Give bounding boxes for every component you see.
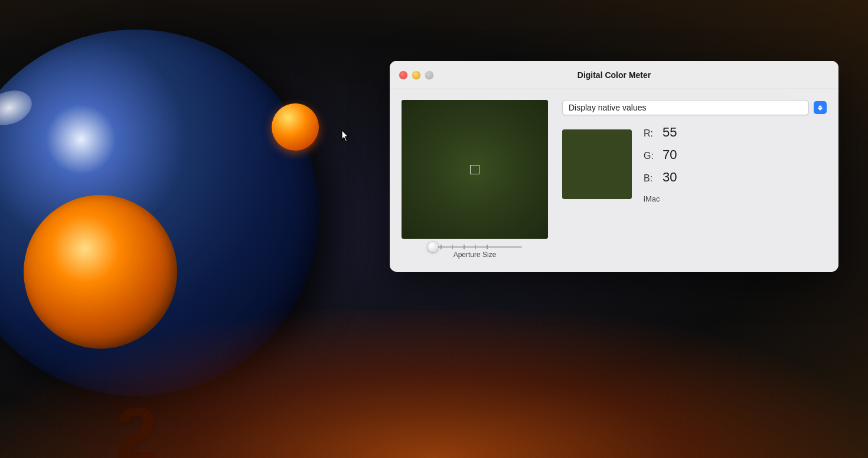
display-mode-dropdown[interactable]: Display native values [562,100,809,115]
titlebar: Digital Color Meter [390,61,838,89]
r-value: 55 [663,125,677,140]
window-title: Digital Color Meter [390,70,838,80]
b-row: B: 30 [644,170,677,185]
dropdown-selected-label: Display native values [569,103,647,112]
cursor-pointer [340,129,351,143]
slider-tick [464,245,465,249]
slider-tick [452,245,453,249]
dropdown-up-arrow [818,105,823,108]
b-label: B: [644,173,660,184]
dropdown-down-arrow [818,108,823,111]
slider-tick [440,245,442,249]
color-display-row: R: 55 G: 70 B: 30 iMac [562,125,827,203]
g-label: G: [644,151,660,161]
b-value: 30 [663,170,677,185]
slider-tick [475,245,477,249]
r-label: R: [644,128,660,139]
fullscreen-button[interactable] [425,71,433,79]
aperture-marker [470,165,479,174]
g-value: 70 [663,147,677,163]
minimize-button[interactable] [412,71,420,79]
g-row: G: 70 [644,147,677,163]
display-name: iMac [644,194,677,203]
viewfinder-panel: Aperture Size [402,100,548,259]
close-button[interactable] [399,71,407,79]
aperture-controls: Aperture Size [402,246,548,259]
ball-highlight [0,85,37,131]
traffic-lights [399,71,433,79]
aperture-label: Aperture Size [453,251,497,259]
dropdown-stepper[interactable] [814,101,827,114]
ball-small-orange [272,103,319,151]
aperture-slider-thumb[interactable] [428,242,438,252]
dropdown-container: Display native values [562,100,827,115]
digital-color-meter-window: Digital Color Meter [390,61,838,272]
floor-glow [0,310,868,458]
r-row: R: 55 [644,125,677,140]
color-swatch [562,129,632,199]
aperture-slider-row [428,246,522,248]
slider-tick [487,245,488,249]
window-content: Aperture Size Display native values [390,89,838,272]
viewfinder [402,100,548,239]
rgb-values: R: 55 G: 70 B: 30 iMac [644,125,677,203]
color-info-panel: Display native values R: 55 G: [562,100,827,203]
aperture-slider-track[interactable] [428,246,522,248]
